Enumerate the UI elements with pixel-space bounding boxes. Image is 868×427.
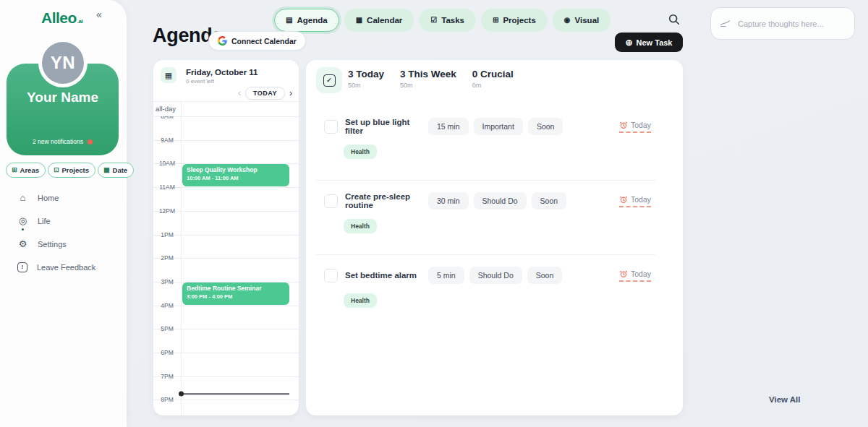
task-checkbox[interactable] — [324, 120, 338, 134]
tab-calendar[interactable]: ▦Calendar — [344, 9, 414, 32]
search-icon[interactable] — [668, 13, 682, 27]
task-checkbox[interactable] — [324, 269, 338, 282]
task-due-badge[interactable]: Today — [619, 195, 651, 207]
connect-calendar-button[interactable]: Connect Calendar — [208, 31, 306, 51]
tab-label: Calendar — [367, 16, 402, 25]
alarm-clock-icon — [619, 121, 628, 129]
stat-value: 3 Today — [348, 69, 384, 79]
sidebar-item-feedback[interactable]: !Leave Feedback — [17, 260, 95, 274]
hour-label: 12PM — [153, 207, 181, 215]
filter-pill-projects[interactable]: ⊡Projects — [48, 163, 95, 178]
task-when-pill[interactable]: Soon — [532, 192, 567, 210]
hour-label: 9AM — [153, 137, 181, 144]
filter-pill-label: Date — [113, 166, 128, 174]
task-due-badge[interactable]: Today — [619, 121, 651, 133]
task-tag[interactable]: Health — [344, 145, 377, 159]
task-duration-pill[interactable]: 5 min — [428, 267, 464, 284]
current-time-line — [181, 393, 289, 394]
top-nav-tabs: ▤Agenda▦Calendar☑Tasks⊞Projects◉Visual — [274, 9, 610, 32]
task-checkbox[interactable] — [324, 194, 338, 208]
avatar[interactable]: YN — [42, 42, 84, 84]
task-priority-pill[interactable]: Should Do — [469, 267, 522, 284]
projects-icon: ⊞ — [493, 17, 498, 24]
stat-value: 3 This Week — [400, 69, 456, 79]
hour-label: 5PM — [153, 325, 181, 332]
filter-pill-areas[interactable]: ⊞Areas — [6, 163, 46, 178]
agenda-icon: ▤ — [286, 17, 292, 24]
hour-label: 10AM — [153, 160, 181, 167]
areas-icon: ⊞ — [12, 167, 17, 173]
filter-pill-date[interactable]: ▦Date — [98, 163, 134, 178]
task-row: Set up blue light filter15 minImportantS… — [306, 106, 683, 181]
google-icon — [218, 36, 227, 46]
task-row: Create pre-sleep routine30 minShould DoS… — [306, 181, 683, 255]
hour-label: 11AM — [153, 184, 181, 191]
notification-dot-icon — [88, 139, 93, 145]
task-tags: Health — [344, 219, 651, 233]
task-duration-pill[interactable]: 15 min — [428, 118, 469, 135]
current-time-dot[interactable] — [179, 392, 184, 397]
alarm-clock-icon — [619, 269, 628, 278]
tab-projects[interactable]: ⊞Projects — [481, 9, 548, 32]
hour-label: 3PM — [153, 278, 181, 285]
filter-pill-label: Projects — [62, 166, 90, 174]
check-square-icon: ✓ — [323, 74, 336, 87]
tab-visual[interactable]: ◉Visual — [553, 9, 610, 32]
task-title[interactable]: Set bedtime alarm — [345, 271, 428, 280]
sidebar-item-home[interactable]: ⌂Home — [17, 191, 95, 204]
task-stat: 0 Crucial0m — [472, 69, 514, 89]
task-due-label: Today — [631, 269, 651, 278]
feedback-icon: ! — [17, 262, 27, 272]
task-title[interactable]: Set up blue light filter — [345, 118, 428, 135]
app-logo: Alleo.ai — [41, 9, 82, 27]
all-day-label: all-day — [156, 105, 176, 113]
task-row: Set bedtime alarm5 minShould DoSoonToday… — [306, 255, 683, 329]
tab-tasks[interactable]: ☑Tasks — [419, 9, 476, 32]
sidebar-item-label: Leave Feedback — [37, 263, 95, 272]
sidebar-item-life[interactable]: ◎Life — [17, 214, 95, 228]
today-button[interactable]: TODAY — [245, 87, 285, 100]
connect-calendar-label: Connect Calendar — [231, 37, 297, 46]
sidebar-item-label: Settings — [38, 240, 67, 249]
calendar-event[interactable]: Bedtime Routine Seminar3:00 PM - 4:00 PM — [182, 282, 289, 305]
hour-label: 2PM — [153, 254, 181, 262]
collapse-sidebar-icon[interactable]: « — [96, 9, 102, 20]
calendar-event[interactable]: Sleep Quality Workshop10:00 AM - 11:00 A… — [182, 164, 289, 186]
capture-thoughts-input[interactable] — [736, 19, 846, 29]
task-priority-pill[interactable]: Important — [474, 118, 523, 135]
task-priority-pill[interactable]: Should Do — [474, 192, 527, 210]
notifications[interactable]: 2 new notifications — [7, 138, 119, 145]
task-stat: 3 This Week50m — [400, 69, 456, 89]
capture-thoughts-box[interactable] — [710, 7, 855, 40]
task-tag[interactable]: Health — [344, 293, 377, 308]
calendar-time-grid[interactable]: 8AM9AM10AM11AM12PM1PM2PM3PM4PM5PM6PM7PM8… — [153, 116, 299, 415]
task-due-badge[interactable]: Today — [619, 269, 651, 282]
task-due-label: Today — [631, 195, 651, 204]
task-tags: Health — [344, 145, 651, 159]
event-title: Bedtime Routine Seminar — [187, 285, 285, 292]
tasks-icon: ☑ — [430, 17, 437, 24]
hour-label: 8PM — [153, 396, 181, 403]
plus-circle-icon: ⊕ — [626, 38, 633, 47]
calendar-nav: ‹ TODAY › — [238, 87, 292, 100]
task-main-row: Set up blue light filter15 minImportantS… — [324, 118, 651, 135]
view-all-link[interactable]: View All — [769, 395, 800, 404]
task-title[interactable]: Create pre-sleep routine — [345, 192, 428, 210]
next-day-icon[interactable]: › — [289, 89, 292, 98]
tab-label: Agenda — [297, 16, 327, 25]
sidebar-item-settings[interactable]: ⚙Settings — [17, 237, 95, 251]
tab-agenda[interactable]: ▤Agenda — [274, 9, 339, 32]
hour-label: 6PM — [153, 349, 181, 356]
notifications-label: 2 new notifications — [33, 138, 83, 145]
hour-label: 4PM — [153, 302, 181, 309]
task-pills: 5 minShould DoSoon — [428, 267, 562, 284]
task-tags: Health — [344, 293, 651, 308]
sidebar-item-label: Home — [38, 194, 59, 202]
task-tag[interactable]: Health — [344, 219, 377, 233]
task-when-pill[interactable]: Soon — [527, 267, 563, 284]
task-duration-pill[interactable]: 30 min — [428, 192, 469, 210]
sidebar-menu: ⌂Home◎Life⚙Settings!Leave Feedback — [17, 191, 95, 274]
task-when-pill[interactable]: Soon — [528, 118, 563, 135]
new-task-button[interactable]: ⊕ New Task — [615, 33, 683, 52]
prev-day-icon[interactable]: ‹ — [238, 89, 241, 98]
